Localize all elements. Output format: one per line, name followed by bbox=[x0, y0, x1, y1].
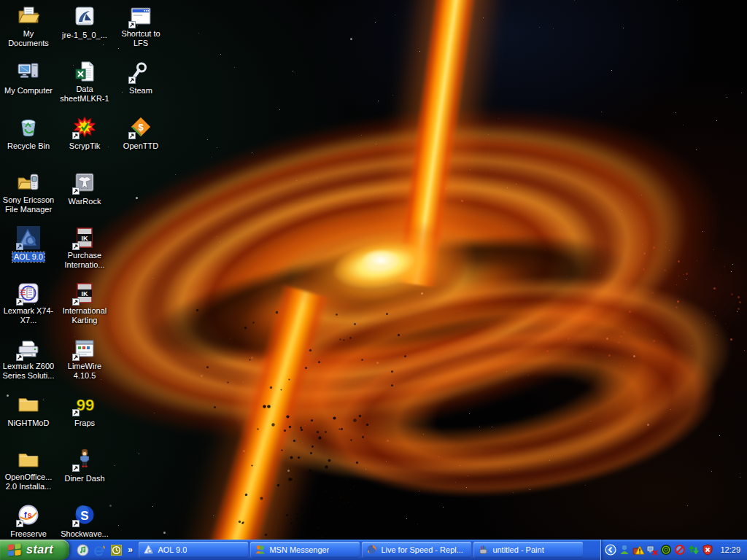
lexmark-x74-icon bbox=[17, 281, 40, 305]
desktop-icon-label: Lexmark Z600 Series Soluti... bbox=[1, 362, 56, 380]
desktop-icon-scryptik[interactable]: ScrypTik bbox=[57, 115, 112, 152]
quick-launch-overflow-chevron[interactable]: » bbox=[128, 545, 133, 555]
taskbar-button-label: MSN Messenger bbox=[269, 545, 329, 554]
lfs-window-icon bbox=[129, 4, 152, 28]
desktop-icon-aol-9-0[interactable]: AOL 9.0 bbox=[1, 226, 56, 262]
desktop-icon-shockwave[interactable]: SShockwave... bbox=[57, 503, 112, 540]
desktop-icon-label: Diner Dash bbox=[63, 474, 106, 483]
network-disconnected-icon[interactable] bbox=[646, 544, 658, 556]
desktop-icon-label: Shockwave... bbox=[59, 529, 109, 539]
desktop-icon-label: Lexmark X74-X7... bbox=[1, 306, 56, 324]
desktop-icon-shortcut-to-lfs[interactable]: Shortcut to LFS bbox=[113, 4, 169, 49]
desktop-icon-label: Data sheetMLKR-1 bbox=[57, 85, 112, 103]
hide-icons-chevron-icon[interactable] bbox=[605, 544, 616, 556]
desktop-icon-steam[interactable]: Steam bbox=[113, 60, 169, 96]
excel-sheet-icon bbox=[73, 60, 96, 83]
desktop-icon-sony-ericsson-file-manager[interactable]: Sony Ericsson File Manager bbox=[1, 171, 56, 215]
desktop-icon-freeserve[interactable]: fsFreeserve bbox=[1, 503, 56, 540]
my-computer-icon bbox=[17, 60, 40, 83]
desktop-icon-nightmod[interactable]: NiGHTMoD bbox=[1, 392, 56, 429]
desktop-icon-lexmark-x74-x7[interactable]: Lexmark X74-X7... bbox=[1, 281, 56, 326]
desktop-icon-label: Recycle Bin bbox=[6, 141, 51, 151]
desktop-icon-my-documents[interactable]: My Documents bbox=[1, 4, 56, 49]
desktop-icon-label: Steam bbox=[128, 86, 154, 96]
ik-badge-icon: IK bbox=[73, 226, 96, 249]
desktop-icon-data-sheetmlkr-1[interactable]: Data sheetMLKR-1 bbox=[57, 60, 112, 104]
internet-explorer-icon[interactable] bbox=[93, 544, 106, 556]
taskbar: start » AOL 9.0MSN MessengerLive for Spe… bbox=[0, 540, 747, 560]
desktop-icon-warrock[interactable]: WarRock bbox=[57, 171, 112, 207]
desktop-screen: My DocumentsMy ComputerRecycle BinSony E… bbox=[0, 0, 747, 560]
msn-tb-icon bbox=[255, 544, 266, 556]
svg-text:f: f bbox=[24, 510, 27, 519]
shortcut-arrow-icon bbox=[72, 132, 80, 139]
fraps-icon: 99 bbox=[73, 392, 96, 416]
limewire-icon bbox=[73, 337, 96, 360]
shortcut-arrow-icon bbox=[72, 354, 80, 361]
taskbar-button-msn-messenger[interactable]: MSN Messenger bbox=[250, 542, 360, 558]
scryptik-icon bbox=[73, 115, 96, 139]
itunes-icon[interactable] bbox=[77, 544, 89, 556]
shortcut-arrow-icon bbox=[128, 77, 136, 84]
firefox-tb-icon bbox=[366, 544, 377, 556]
ik-badge-icon: IK bbox=[73, 281, 96, 305]
desktop-icon-lexmark-z600-series-soluti[interactable]: Lexmark Z600 Series Soluti... bbox=[1, 337, 56, 381]
messenger-status-icon[interactable] bbox=[619, 544, 630, 556]
taskbar-button-untitled-paint[interactable]: untitled - Paint bbox=[473, 542, 583, 558]
shortcut-arrow-icon bbox=[16, 354, 23, 361]
desktop-icon-fraps[interactable]: 99Fraps bbox=[57, 392, 112, 429]
nvidia-settings-icon[interactable] bbox=[660, 544, 672, 556]
taskbar-clock: 12:29 bbox=[720, 545, 740, 554]
desktop-icon-label: NiGHTMoD bbox=[7, 419, 51, 428]
printer-icon bbox=[17, 337, 40, 360]
security-alert-shield-icon[interactable] bbox=[702, 544, 713, 556]
freeserve-icon: fs bbox=[17, 503, 40, 526]
blocked-app-icon[interactable] bbox=[674, 544, 686, 556]
folder-icon bbox=[17, 392, 40, 416]
desktop-icon-jre-1-5-0[interactable]: jre-1_5_0_... bbox=[57, 4, 112, 41]
my-documents-icon bbox=[17, 4, 40, 28]
desktop-icon-label: OpenOffice... 2.0 Installa... bbox=[1, 472, 56, 491]
desktop-icon-label: International Karting bbox=[57, 306, 112, 324]
shortcut-arrow-icon bbox=[72, 464, 80, 472]
shortcut-arrow-icon bbox=[72, 409, 80, 416]
taskbar-button-live-for-speed-repl[interactable]: Live for Speed - Repl... bbox=[362, 542, 471, 558]
desktop-icon-limewire-4-10-5[interactable]: LimeWire 4.10.5 bbox=[57, 337, 112, 381]
svg-text:$: $ bbox=[138, 122, 144, 133]
desktop-icon-label: LimeWire 4.10.5 bbox=[57, 362, 112, 380]
start-button[interactable]: start bbox=[0, 540, 69, 560]
clock-app-icon[interactable] bbox=[110, 544, 123, 556]
start-button-label: start bbox=[26, 543, 53, 556]
desktop-icon-diner-dash[interactable]: Diner Dash bbox=[57, 448, 112, 484]
jre-installer-icon bbox=[73, 4, 96, 28]
desktop-icon-label: Shortcut to LFS bbox=[113, 29, 169, 47]
desktop-icon-my-computer[interactable]: My Computer bbox=[1, 60, 56, 96]
desktop-icon-purchase-internatio[interactable]: IKPurchase Internatio... bbox=[57, 226, 112, 271]
taskbar-button-label: AOL 9.0 bbox=[158, 545, 187, 554]
aol-tb-icon bbox=[143, 544, 154, 556]
system-tray: 12:29 bbox=[600, 540, 747, 560]
desktop-icon-recycle-bin[interactable]: Recycle Bin bbox=[1, 115, 56, 152]
shortcut-arrow-icon bbox=[72, 520, 80, 527]
desktop-icon-label: OpenTTD bbox=[122, 141, 160, 151]
hardware-warning-icon[interactable] bbox=[632, 544, 644, 556]
network-activity-icon[interactable] bbox=[688, 544, 700, 556]
taskbar-window-buttons: AOL 9.0MSN MessengerLive for Speed - Rep… bbox=[138, 540, 584, 560]
desktop-icon-openttd[interactable]: $OpenTTD bbox=[113, 115, 169, 152]
desktop-icon-international-karting[interactable]: IKInternational Karting bbox=[57, 281, 112, 326]
desktop-icon-label: My Documents bbox=[1, 29, 56, 47]
desktop-icon-openoffice-2-0-installa[interactable]: OpenOffice... 2.0 Installa... bbox=[1, 448, 56, 492]
recycle-bin-icon bbox=[17, 115, 40, 139]
desktop-icon-label: jre-1_5_0_... bbox=[61, 31, 109, 40]
aol-icon bbox=[17, 226, 40, 249]
shortcut-arrow-icon bbox=[72, 298, 80, 306]
desktop-icon-grid: My DocumentsMy ComputerRecycle BinSony E… bbox=[0, 0, 747, 560]
paint-tb-icon bbox=[478, 544, 489, 556]
desktop-icon-label: Fraps bbox=[73, 419, 96, 428]
phone-folder-icon bbox=[17, 171, 40, 194]
desktop-icon-label: Freeserve bbox=[9, 529, 48, 539]
taskbar-button-label: Live for Speed - Repl... bbox=[381, 545, 463, 554]
diner-dash-icon bbox=[73, 448, 96, 471]
taskbar-button-aol-9-0[interactable]: AOL 9.0 bbox=[139, 542, 248, 558]
shortcut-arrow-icon bbox=[72, 243, 80, 250]
